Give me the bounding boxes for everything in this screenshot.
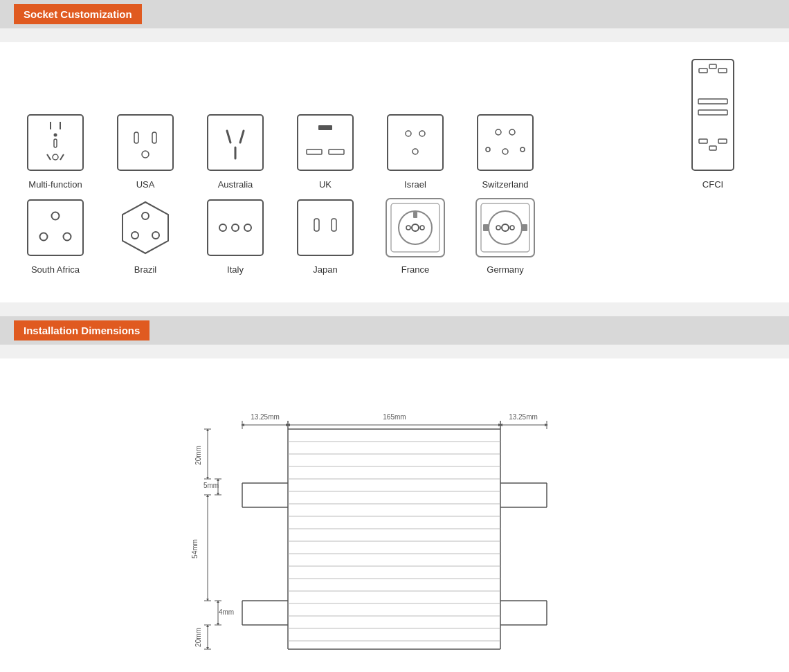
socket-israel: Israel: [381, 111, 450, 190]
svg-point-66: [502, 224, 509, 231]
socket-australia: Australia: [201, 111, 270, 190]
svg-rect-32: [718, 69, 727, 73]
svg-rect-8: [118, 115, 173, 170]
svg-point-48: [219, 224, 226, 231]
brazil-icon: [114, 197, 176, 259]
dims-diagram: 13.25mm 165mm 13.25mm: [21, 386, 768, 672]
svg-point-29: [520, 147, 525, 152]
svg-line-6: [60, 154, 64, 160]
svg-rect-53: [332, 219, 336, 231]
svg-rect-60: [413, 212, 417, 218]
socket-section-bar: Socket Customization: [0, 0, 789, 28]
israel-label: Israel: [404, 179, 426, 190]
italy-label: Italy: [227, 264, 244, 275]
svg-point-21: [406, 131, 411, 136]
socket-japan: Japan: [291, 197, 360, 275]
socket-section: Multi-function USA: [0, 42, 789, 302]
dim-top-center-label: 165mm: [383, 413, 406, 421]
svg-line-13: [227, 131, 230, 143]
socket-section-title: Socket Customization: [14, 4, 142, 24]
svg-rect-16: [298, 115, 353, 170]
dim-side-bot1-label: 20mm: [194, 628, 202, 647]
svg-point-25: [496, 129, 501, 135]
svg-rect-18: [307, 149, 322, 154]
socket-multifunction: Multi-function: [21, 111, 90, 190]
svg-point-41: [40, 233, 48, 241]
svg-rect-33: [709, 64, 716, 69]
svg-rect-51: [298, 200, 353, 255]
svg-line-14: [240, 131, 244, 143]
svg-point-68: [510, 226, 514, 230]
svg-point-27: [502, 149, 508, 154]
page: Socket Customization: [0, 0, 789, 672]
dim-top-left-label: 13.25mm: [251, 413, 280, 421]
switzerland-label: Switzerland: [482, 179, 528, 190]
socket-south-africa: South Africa: [21, 197, 90, 275]
svg-rect-54: [386, 199, 444, 257]
socket-uk: UK: [291, 111, 360, 190]
switzerland-icon: [474, 111, 536, 174]
dim-top-right-label: 13.25mm: [509, 413, 538, 421]
svg-point-7: [53, 154, 58, 160]
uk-label: UK: [319, 179, 332, 190]
socket-row-2: South Africa Brazil: [21, 197, 768, 275]
svg-rect-12: [208, 115, 263, 170]
socket-cfci: CFCI: [678, 56, 747, 190]
svg-rect-38: [709, 146, 716, 150]
svg-point-28: [486, 147, 490, 152]
australia-label: Australia: [218, 179, 253, 190]
svg-rect-39: [28, 200, 83, 255]
svg-rect-65: [522, 224, 527, 231]
dim-side-top2-label: 5mm: [203, 482, 219, 489]
cfci-label: CFCI: [702, 179, 723, 190]
svg-line-5: [47, 154, 51, 160]
dim-side-mid-label: 54mm: [191, 539, 199, 559]
svg-rect-64: [483, 224, 489, 231]
svg-point-50: [244, 224, 251, 231]
socket-italy: Italy: [201, 197, 270, 275]
svg-rect-19: [329, 149, 344, 154]
svg-marker-43: [123, 202, 168, 253]
japan-label: Japan: [313, 264, 337, 275]
svg-point-57: [412, 224, 419, 231]
svg-point-67: [496, 226, 500, 230]
uk-icon: [294, 111, 356, 174]
svg-rect-35: [698, 110, 727, 115]
socket-france: France: [381, 197, 450, 275]
svg-rect-9: [134, 132, 138, 143]
dims-section-title: Installation Dimensions: [14, 320, 149, 340]
svg-rect-36: [699, 139, 707, 143]
germany-icon: [474, 197, 536, 259]
dim-side-bot2-label: 4mm: [219, 608, 234, 616]
svg-point-44: [142, 212, 149, 219]
svg-point-59: [420, 226, 424, 230]
south-africa-label: South Africa: [31, 264, 80, 275]
france-icon: [384, 197, 446, 259]
svg-point-40: [52, 212, 60, 220]
italy-icon: [204, 197, 266, 259]
australia-icon: [204, 111, 266, 174]
svg-rect-37: [718, 139, 727, 143]
israel-icon: [384, 111, 446, 174]
usa-icon: [114, 111, 176, 174]
dim-side-top1-label: 20mm: [194, 446, 202, 465]
dims-section-bar: Installation Dimensions: [0, 316, 789, 345]
south-africa-icon: [24, 197, 87, 259]
dims-section: 13.25mm 165mm 13.25mm: [0, 358, 789, 672]
svg-rect-4: [54, 139, 57, 147]
svg-rect-10: [152, 132, 156, 143]
germany-label: Germany: [487, 264, 523, 275]
svg-point-42: [64, 233, 71, 241]
svg-point-45: [132, 232, 138, 239]
multifunction-icon: [24, 111, 87, 174]
cfci-icon: [689, 56, 737, 174]
svg-rect-17: [318, 125, 332, 130]
svg-point-63: [489, 211, 522, 244]
svg-rect-52: [314, 219, 319, 231]
svg-point-26: [509, 129, 515, 135]
svg-rect-31: [699, 69, 707, 73]
socket-brazil: Brazil: [111, 197, 180, 275]
svg-point-46: [152, 232, 159, 239]
svg-rect-47: [208, 200, 263, 255]
svg-rect-34: [698, 99, 727, 104]
